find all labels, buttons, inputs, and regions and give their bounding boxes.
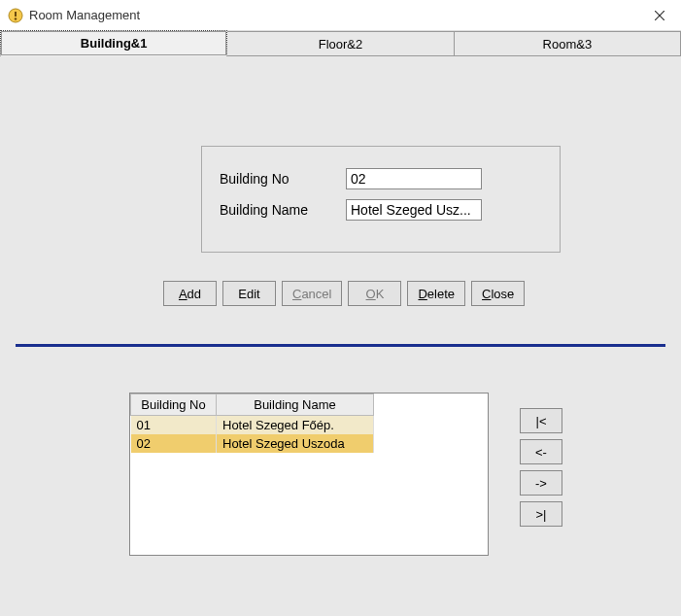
cell-building-no: 02 [131,434,217,453]
cell-building-no: 01 [131,416,217,435]
tab-room[interactable]: Room&3 [455,31,681,56]
tab-label: Floor&2 [319,37,363,51]
tab-building[interactable]: Building&1 [0,30,227,56]
cell-building-name: Hotel Szeged Főép. [217,416,374,435]
building-name-label: Building Name [220,202,346,218]
table-row[interactable]: 02 Hotel Szeged Uszoda [131,434,374,453]
form-row-building-no: Building No [220,168,542,189]
add-button[interactable]: Add [163,281,217,306]
col-building-no[interactable]: Building No [131,394,217,416]
action-buttons: Add Edit Cancel OK Delete Close [163,281,525,306]
col-building-name[interactable]: Building Name [217,394,374,416]
nav-last-button[interactable]: >| [520,501,562,527]
nav-prev-button[interactable]: <- [520,439,562,464]
form-panel: Building No Building Name [201,146,561,253]
ok-button: OK [348,281,401,306]
window-title: Room Management [29,8,638,22]
tab-label: Building&1 [81,36,148,51]
buildings-table[interactable]: Building No Building Name 01 Hotel Szege… [129,393,489,556]
app-icon [8,8,23,23]
svg-rect-1 [15,12,17,17]
nav-first-button[interactable]: |< [520,408,562,433]
tabs-bar: Building&1 Floor&2 Room&3 [0,31,681,56]
tab-label: Room&3 [543,37,593,51]
divider [16,344,665,347]
titlebar: Room Management [0,0,681,31]
building-name-input[interactable] [346,199,482,221]
content-area: Building&1 Floor&2 Room&3 Building No Bu… [0,31,681,616]
cell-building-name: Hotel Szeged Uszoda [217,434,374,453]
form-row-building-name: Building Name [220,199,542,221]
svg-point-2 [15,17,17,19]
building-no-input[interactable] [346,168,482,189]
tab-floor[interactable]: Floor&2 [227,31,454,56]
delete-button[interactable]: Delete [407,281,465,306]
table-row[interactable]: 01 Hotel Szeged Főép. [131,416,374,435]
nav-next-button[interactable]: -> [520,470,562,496]
edit-button[interactable]: Edit [222,281,276,306]
cancel-button: Cancel [282,281,342,306]
close-button[interactable]: Close [471,281,525,306]
window-close-button[interactable] [638,0,681,31]
record-nav: |< <- -> >| [520,408,562,527]
building-no-label: Building No [220,171,346,187]
table-header-row: Building No Building Name [131,394,374,416]
